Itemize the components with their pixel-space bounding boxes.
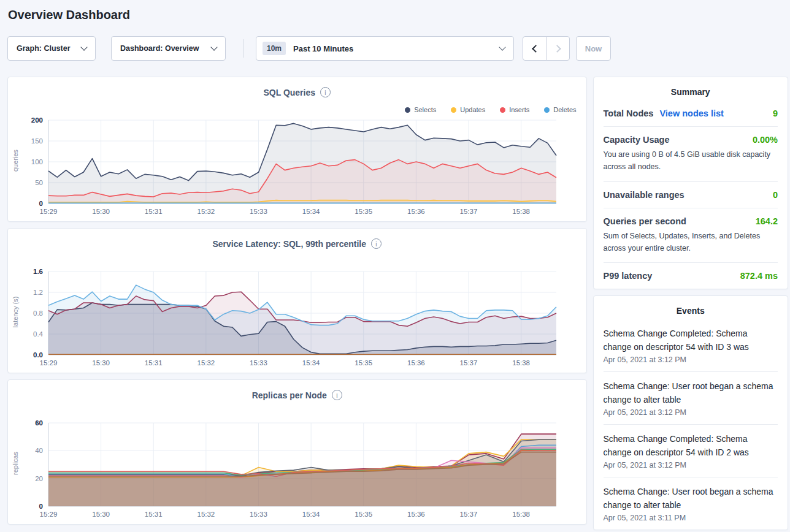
sql-queries-chart[interactable]: 15:2915:3015:3115:3215:3315:3415:3515:36… <box>8 116 587 221</box>
replicas-per-node-chart[interactable]: 15:2915:3015:3115:3215:3315:3415:3515:36… <box>8 419 587 523</box>
svg-text:15:38: 15:38 <box>512 208 530 215</box>
event-message: Schema Change: User root began a schema … <box>604 485 778 512</box>
svg-text:0.0: 0.0 <box>33 351 43 359</box>
view-nodes-list-link[interactable]: View nodes list <box>659 108 724 118</box>
summary-row-label: Total Nodes <box>604 108 654 118</box>
svg-text:15:35: 15:35 <box>355 208 372 215</box>
legend-dot-icon <box>405 107 410 113</box>
svg-text:0: 0 <box>39 503 43 510</box>
svg-text:50: 50 <box>35 179 43 186</box>
chevron-left-icon <box>532 45 540 53</box>
svg-text:0.8: 0.8 <box>33 310 43 317</box>
svg-text:100: 100 <box>31 158 43 165</box>
legend-item-deletes: Deletes <box>544 106 576 113</box>
svg-text:15:31: 15:31 <box>145 359 163 367</box>
summary-row-label: Queries per second <box>604 216 686 226</box>
summary-row-description: You are using 0 B of 4.5 GiB usable disk… <box>604 148 778 173</box>
graph-dropdown[interactable]: Graph: Cluster <box>7 36 96 61</box>
summary-row: Capacity Usage0.00%You are using 0 B of … <box>604 127 778 182</box>
svg-text:40: 40 <box>35 447 43 454</box>
content: SQL QueriesiSelectsUpdatesInsertsDeletes… <box>0 61 790 531</box>
svg-text:60: 60 <box>35 419 43 427</box>
chevron-right-icon <box>553 45 561 53</box>
summary-row-main: Queries per second164.2 <box>604 216 778 226</box>
svg-text:200: 200 <box>31 116 43 124</box>
toolbar: Graph: Cluster Dashboard: Overview 10m P… <box>7 36 790 61</box>
svg-text:15:31: 15:31 <box>145 208 163 215</box>
event-item: Schema Change: User root began a schema … <box>604 372 778 425</box>
chart-title-text: Service Latency: SQL, 99th percentile <box>212 239 366 249</box>
event-timestamp: Apr 05, 2021 at 3:12 PM <box>604 461 778 469</box>
legend-dot-icon <box>500 107 505 113</box>
summary-row-main: Unavailable ranges0 <box>604 190 778 200</box>
chart-title-service-latency: Service Latency: SQL, 99th percentilei <box>8 229 586 249</box>
info-icon[interactable]: i <box>332 390 342 400</box>
svg-text:15:37: 15:37 <box>460 208 478 215</box>
time-prev-button[interactable] <box>523 36 546 61</box>
svg-text:15:37: 15:37 <box>460 359 478 367</box>
info-icon[interactable]: i <box>371 238 382 249</box>
svg-text:15:35: 15:35 <box>355 359 372 367</box>
chart-card-sql-queries: SQL QueriesiSelectsUpdatesInsertsDeletes… <box>7 77 587 222</box>
svg-text:15:34: 15:34 <box>302 208 320 215</box>
svg-text:15:36: 15:36 <box>407 359 425 367</box>
svg-text:15:29: 15:29 <box>40 359 58 367</box>
svg-text:15:30: 15:30 <box>92 359 110 367</box>
time-range-badge: 10m <box>263 42 286 55</box>
chart-title-text: Replicas per Node <box>252 390 327 400</box>
legend-item-selects: Selects <box>405 106 436 113</box>
svg-text:15:29: 15:29 <box>40 511 58 518</box>
summary-row-label: Capacity Usage <box>604 135 670 145</box>
event-message: Schema Change Completed: Schema change o… <box>604 327 778 354</box>
summary-row-label: Unavailable ranges <box>604 190 685 200</box>
legend-item-inserts: Inserts <box>500 106 529 113</box>
time-range-dropdown[interactable]: 10m Past 10 Minutes <box>256 36 514 61</box>
summary-row-description: Sum of Selects, Updates, Inserts, and De… <box>604 230 778 255</box>
svg-text:20: 20 <box>35 475 43 482</box>
svg-text:15:32: 15:32 <box>197 208 215 215</box>
event-item: Schema Change Completed: Schema change o… <box>604 425 778 477</box>
summary-row-main: P99 latency872.4 ms <box>604 271 778 281</box>
summary-row-main: Capacity Usage0.00% <box>604 135 778 145</box>
svg-text:0: 0 <box>39 200 43 207</box>
graph-dropdown-label: Graph: Cluster <box>17 44 71 53</box>
summary-row: Unavailable ranges0 <box>604 182 778 208</box>
chart-card-replicas-per-node: Replicas per Nodeireplicas15:2915:3015:3… <box>7 379 587 525</box>
svg-text:15:30: 15:30 <box>92 511 110 518</box>
time-pager <box>523 36 570 61</box>
service-latency-chart[interactable]: 15:2915:3015:3115:3215:3315:3415:3515:36… <box>8 268 587 372</box>
legend-dot-icon <box>451 107 456 113</box>
summary-row-value: 0 <box>773 190 778 200</box>
now-button[interactable]: Now <box>576 36 611 61</box>
svg-text:15:32: 15:32 <box>197 511 215 518</box>
chart-title-text: SQL Queries <box>263 88 315 97</box>
svg-text:15:33: 15:33 <box>250 511 267 518</box>
page-title: Overview Dashboard <box>0 0 790 22</box>
summary-panel: Summary Total NodesView nodes list9Capac… <box>593 77 789 289</box>
summary-rows: Total NodesView nodes list9Capacity Usag… <box>594 101 788 289</box>
event-timestamp: Apr 05, 2021 at 3:11 PM <box>604 514 778 522</box>
right-sidebar: Summary Total NodesView nodes list9Capac… <box>593 77 789 530</box>
chart-legend: SelectsUpdatesInsertsDeletes <box>405 106 576 113</box>
info-icon[interactable]: i <box>320 87 331 97</box>
svg-text:15:32: 15:32 <box>197 359 215 367</box>
svg-text:1.2: 1.2 <box>33 289 43 296</box>
time-next-button[interactable] <box>546 36 570 61</box>
summary-row: Total NodesView nodes list9 <box>604 101 778 127</box>
event-item: Schema Change: User root began a schema … <box>604 477 778 530</box>
summary-row-value: 9 <box>773 108 778 118</box>
svg-text:15:33: 15:33 <box>250 359 267 367</box>
svg-text:15:33: 15:33 <box>250 208 267 215</box>
svg-text:15:38: 15:38 <box>512 359 530 367</box>
summary-row-value: 164.2 <box>756 216 778 226</box>
svg-text:15:30: 15:30 <box>92 208 110 215</box>
dashboard-dropdown[interactable]: Dashboard: Overview <box>111 36 226 61</box>
chevron-down-icon <box>499 44 505 50</box>
legend-label: Selects <box>414 106 436 113</box>
chevron-down-icon <box>210 44 217 50</box>
event-item: Schema Change Completed: Schema change o… <box>604 319 778 372</box>
event-message: Schema Change Completed: Schema change o… <box>604 432 778 459</box>
event-timestamp: Apr 05, 2021 at 3:12 PM <box>604 408 778 417</box>
svg-text:15:29: 15:29 <box>40 208 58 215</box>
events-list: Schema Change Completed: Schema change o… <box>594 319 788 530</box>
